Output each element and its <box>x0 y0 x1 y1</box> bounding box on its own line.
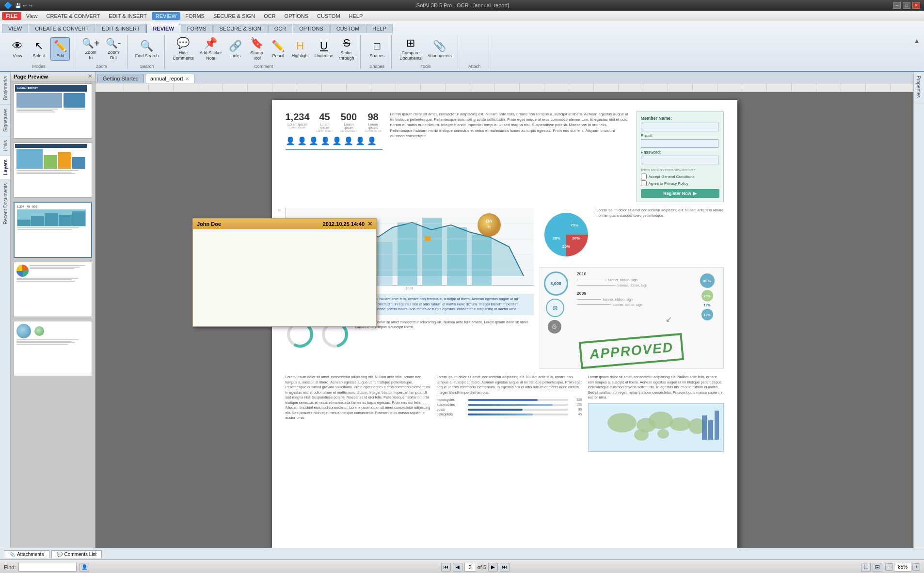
nav-prev-button[interactable]: ◀ <box>453 563 462 572</box>
find-input[interactable] <box>18 563 77 572</box>
ribbon-collapse[interactable]: ▲ <box>913 35 920 69</box>
tab-view[interactable]: VIEW <box>2 24 28 33</box>
sidebar-tab-recent-docs[interactable]: Recent Documents <box>0 179 10 228</box>
tab-ocr[interactable]: OCR <box>268 24 292 33</box>
doc-tab-getting-started[interactable]: Getting Started <box>97 74 144 83</box>
doc-area: Getting Started annual_report ✕ <box>96 72 913 548</box>
page-thumb-2[interactable] <box>14 143 92 198</box>
shapes-button[interactable]: □ Shapes <box>367 38 387 61</box>
compare-documents-button[interactable]: ⊞ CompareDocuments <box>398 35 424 63</box>
tab-create-convert[interactable]: CREATE & CONVERT <box>29 24 95 33</box>
attachments-tab[interactable]: 📎 Attachments <box>4 550 49 558</box>
doc-tab-close-icon[interactable]: ✕ <box>185 76 189 81</box>
attachments-button[interactable]: 📎 Attachments <box>426 38 454 61</box>
page-thumb-4-content <box>15 263 87 316</box>
nav-next-button[interactable]: ▶ <box>488 563 498 572</box>
quick-access-icon-3[interactable]: ↪ <box>29 3 32 8</box>
nav-first-button[interactable]: ⏮ <box>441 563 451 572</box>
doc-tab-annual-report[interactable]: annual_report ✕ <box>145 74 194 83</box>
annotation-body[interactable] <box>193 229 376 326</box>
edit-button[interactable]: ✏️ Edit <box>50 37 70 61</box>
double-page-view-button[interactable]: ⊟ <box>873 563 882 572</box>
close-button[interactable]: ✕ <box>912 2 920 9</box>
password-label: Password: <box>641 150 719 155</box>
left-sidebar-tabs: Bookmarks Signatures Links Layers Recent… <box>0 72 11 548</box>
quick-access-icon-1[interactable]: 💾 <box>15 3 21 8</box>
sidebar-tab-signatures[interactable]: Signatures <box>0 104 10 136</box>
stat-label-1: Lorem ipsum <box>286 123 310 126</box>
maximize-button[interactable]: □ <box>903 2 910 9</box>
zoom-out-button[interactable]: 🔍- ZoomOut <box>104 35 123 63</box>
password-input[interactable] <box>641 156 718 164</box>
page-preview-close-icon[interactable]: ✕ <box>88 73 92 80</box>
menu-create-convert[interactable]: CREATE & CONVERT <box>43 12 104 20</box>
tab-secure-sign[interactable]: SECURE & SIGN <box>213 24 268 33</box>
tab-help[interactable]: HELP <box>366 24 393 33</box>
tab-forms[interactable]: FORMS <box>181 24 213 33</box>
minimize-button[interactable]: ─ <box>893 2 901 9</box>
view-mode-buttons: ☐ ⊟ <box>861 563 882 572</box>
tab-review[interactable]: REVIEW <box>146 24 180 33</box>
sidebar-tab-layers[interactable]: Layers <box>0 155 10 179</box>
progress-bar-boats <box>468 409 568 411</box>
sidebar-tab-bookmarks[interactable]: Bookmarks <box>0 72 10 104</box>
menu-custom[interactable]: CUSTOM <box>313 12 344 20</box>
menu-review[interactable]: REVIEW <box>152 12 180 20</box>
member-name-input[interactable] <box>641 123 718 131</box>
underline-button[interactable]: U Underline <box>313 38 335 61</box>
add-sticker-button[interactable]: 📌 Add StickerNote <box>198 35 224 63</box>
menu-help[interactable]: HELP <box>345 12 367 20</box>
menu-view[interactable]: View <box>22 12 42 20</box>
title-bar: 🔷 💾 ↩ ↪ SofAI 3D 5 Pro - OCR - [annual_r… <box>0 0 924 11</box>
find-label: Find: <box>4 564 16 570</box>
page-thumb-5[interactable] <box>14 321 92 376</box>
comments-list-tab[interactable]: 💬 Comments List <box>51 550 102 558</box>
progress-automobiles: automobiles 156 <box>437 403 582 406</box>
pct-12: 12% <box>703 303 710 307</box>
tab-edit-insert[interactable]: EDIT & INSERT <box>96 24 146 33</box>
accept-general-checkbox[interactable] <box>641 174 647 179</box>
page-number-input[interactable] <box>464 563 476 572</box>
annotation-close-icon[interactable]: ✕ <box>367 221 372 227</box>
annotation-author: John Doe <box>197 221 221 227</box>
privacy-policy-checkbox[interactable] <box>641 180 647 186</box>
register-button[interactable]: Register Now ▶ <box>641 189 719 198</box>
sidebar-tab-links[interactable]: Links <box>0 136 10 155</box>
menu-edit-insert[interactable]: EDIT & INSERT <box>105 12 150 20</box>
find-search-person-icon[interactable]: 👤 <box>80 563 89 572</box>
select-button[interactable]: ↖ Select <box>29 38 48 61</box>
window-controls[interactable]: ─ □ ✕ <box>893 2 920 9</box>
strikethrough-button[interactable]: S Strike-through <box>337 35 356 63</box>
approved-stamp: APPROVED <box>579 333 684 369</box>
menu-secure-sign[interactable]: SECURE & SIGN <box>209 12 259 20</box>
view-button[interactable]: 👁 View <box>8 38 27 61</box>
hide-comments-button[interactable]: 💬 HideComments <box>171 35 196 63</box>
menu-ocr[interactable]: OCR <box>260 12 279 20</box>
page-thumb-3[interactable]: 1,234 45 500 <box>14 202 92 258</box>
page-thumb-4[interactable] <box>14 262 92 317</box>
menu-options[interactable]: OPTIONS <box>281 12 313 20</box>
email-input[interactable] <box>641 139 718 148</box>
circular-lorem-text: Lorem ipsum dolor sit amet consectetur a… <box>355 320 534 349</box>
zoom-in-btn[interactable]: + <box>912 563 920 571</box>
menu-forms[interactable]: FORMS <box>181 12 208 20</box>
progress-bar-helicopters <box>468 414 568 415</box>
nav-last-button[interactable]: ⏭ <box>500 563 510 572</box>
quick-access-icon-2[interactable]: ↩ <box>23 3 27 8</box>
stamp-tool-button[interactable]: 🔖 StampTool <box>247 35 267 63</box>
doc-scroll-area[interactable]: 1,234 Lorem ipsum Lorem ipsum 45 Lorem i… <box>96 92 913 548</box>
page-thumb-1[interactable]: ANNUAL REPORT <box>14 83 92 139</box>
highlight-button[interactable]: H Highlight <box>290 38 311 61</box>
find-search-button[interactable]: 🔍 Find Search <box>133 38 161 61</box>
pct-circle-25: 25% <box>701 290 713 302</box>
zoom-out-btn[interactable]: − <box>885 563 893 571</box>
tab-custom[interactable]: CUSTOM <box>330 24 366 33</box>
tab-options[interactable]: OPTIONS <box>293 24 330 33</box>
links-button[interactable]: 🔗 Links <box>226 38 245 61</box>
right-sidebar-properties[interactable]: Properties <box>914 72 924 102</box>
pencil-button[interactable]: ✏️ Pencil <box>269 38 288 61</box>
title-bar-quick-access[interactable]: 💾 ↩ ↪ <box>15 3 32 8</box>
file-menu-button[interactable]: FILE <box>2 12 21 20</box>
zoom-in-button[interactable]: 🔍+ ZoomIn <box>80 35 102 63</box>
single-page-view-button[interactable]: ☐ <box>861 563 871 572</box>
